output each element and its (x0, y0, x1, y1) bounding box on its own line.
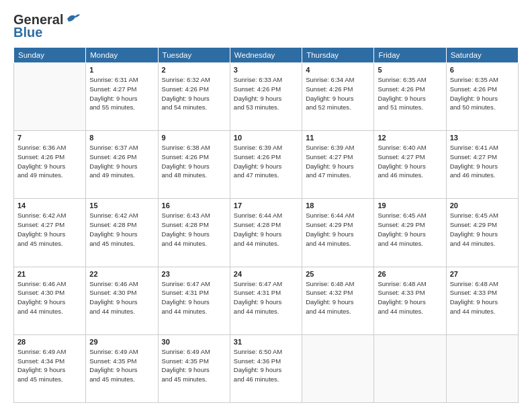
cell-info: Sunrise: 6:44 AM Sunset: 4:28 PM Dayligh… (234, 211, 298, 248)
cell-day-number: 18 (306, 201, 370, 210)
calendar-cell: 18Sunrise: 6:44 AM Sunset: 4:29 PM Dayli… (302, 199, 374, 267)
cell-day-number: 2 (162, 66, 226, 74)
cell-info: Sunrise: 6:39 AM Sunset: 4:27 PM Dayligh… (306, 143, 370, 180)
logo-blue: Blue (13, 25, 42, 40)
cell-info: Sunrise: 6:47 AM Sunset: 4:31 PM Dayligh… (162, 279, 226, 316)
cell-info: Sunrise: 6:33 AM Sunset: 4:26 PM Dayligh… (234, 75, 298, 112)
weekday-header-sunday: Sunday (14, 48, 86, 63)
cell-day-number: 9 (162, 134, 226, 142)
calendar-cell: 6Sunrise: 6:35 AM Sunset: 4:26 PM Daylig… (446, 63, 518, 131)
calendar-week-row: 7Sunrise: 6:36 AM Sunset: 4:26 PM Daylig… (14, 131, 519, 199)
calendar-cell: 14Sunrise: 6:42 AM Sunset: 4:27 PM Dayli… (14, 199, 86, 267)
cell-info: Sunrise: 6:47 AM Sunset: 4:31 PM Dayligh… (234, 279, 298, 316)
calendar-cell: 11Sunrise: 6:39 AM Sunset: 4:27 PM Dayli… (302, 131, 374, 199)
calendar-week-row: 14Sunrise: 6:42 AM Sunset: 4:27 PM Dayli… (14, 199, 519, 267)
cell-info: Sunrise: 6:49 AM Sunset: 4:35 PM Dayligh… (89, 347, 154, 384)
calendar-cell (14, 63, 86, 131)
calendar-cell: 3Sunrise: 6:33 AM Sunset: 4:26 PM Daylig… (230, 63, 302, 131)
calendar-cell: 28Sunrise: 6:49 AM Sunset: 4:34 PM Dayli… (14, 334, 86, 402)
cell-day-number: 1 (89, 66, 154, 74)
cell-day-number: 14 (17, 201, 82, 210)
cell-info: Sunrise: 6:48 AM Sunset: 4:33 PM Dayligh… (450, 279, 515, 316)
cell-info: Sunrise: 6:37 AM Sunset: 4:26 PM Dayligh… (89, 143, 154, 180)
calendar-cell: 1Sunrise: 6:31 AM Sunset: 4:27 PM Daylig… (86, 63, 158, 131)
cell-info: Sunrise: 6:48 AM Sunset: 4:33 PM Dayligh… (378, 279, 442, 316)
cell-day-number: 8 (89, 134, 154, 142)
cell-info: Sunrise: 6:48 AM Sunset: 4:32 PM Dayligh… (306, 279, 370, 316)
cell-day-number: 10 (234, 134, 298, 142)
weekday-header-monday: Monday (86, 48, 158, 63)
calendar-cell: 16Sunrise: 6:43 AM Sunset: 4:28 PM Dayli… (158, 199, 230, 267)
cell-info: Sunrise: 6:35 AM Sunset: 4:26 PM Dayligh… (378, 75, 442, 112)
cell-info: Sunrise: 6:44 AM Sunset: 4:29 PM Dayligh… (306, 211, 370, 248)
calendar-cell: 23Sunrise: 6:47 AM Sunset: 4:31 PM Dayli… (158, 267, 230, 334)
cell-info: Sunrise: 6:38 AM Sunset: 4:26 PM Dayligh… (162, 143, 226, 180)
cell-info: Sunrise: 6:31 AM Sunset: 4:27 PM Dayligh… (89, 75, 154, 112)
calendar-week-row: 21Sunrise: 6:46 AM Sunset: 4:30 PM Dayli… (14, 267, 519, 334)
weekday-header-saturday: Saturday (446, 48, 518, 63)
weekday-header-friday: Friday (374, 48, 446, 63)
page: General Blue SundayMondayTuesdayWednesda… (0, 0, 532, 411)
cell-info: Sunrise: 6:50 AM Sunset: 4:36 PM Dayligh… (234, 347, 298, 384)
calendar-cell: 12Sunrise: 6:40 AM Sunset: 4:27 PM Dayli… (374, 131, 446, 199)
cell-info: Sunrise: 6:42 AM Sunset: 4:27 PM Dayligh… (17, 211, 82, 248)
calendar-cell: 5Sunrise: 6:35 AM Sunset: 4:26 PM Daylig… (374, 63, 446, 131)
calendar-table: SundayMondayTuesdayWednesdayThursdayFrid… (13, 47, 519, 403)
calendar-cell: 26Sunrise: 6:48 AM Sunset: 4:33 PM Dayli… (374, 267, 446, 334)
calendar-cell (374, 334, 446, 402)
cell-info: Sunrise: 6:45 AM Sunset: 4:29 PM Dayligh… (378, 211, 442, 248)
cell-info: Sunrise: 6:49 AM Sunset: 4:35 PM Dayligh… (162, 347, 226, 384)
calendar-week-row: 1Sunrise: 6:31 AM Sunset: 4:27 PM Daylig… (14, 63, 519, 131)
cell-day-number: 19 (378, 201, 442, 210)
calendar-cell: 30Sunrise: 6:49 AM Sunset: 4:35 PM Dayli… (158, 334, 230, 402)
calendar-cell: 29Sunrise: 6:49 AM Sunset: 4:35 PM Dayli… (86, 334, 158, 402)
cell-day-number: 3 (234, 66, 298, 74)
cell-day-number: 6 (450, 66, 515, 74)
calendar-cell: 9Sunrise: 6:38 AM Sunset: 4:26 PM Daylig… (158, 131, 230, 199)
calendar-cell: 19Sunrise: 6:45 AM Sunset: 4:29 PM Dayli… (374, 199, 446, 267)
cell-day-number: 21 (17, 270, 82, 278)
calendar-cell (446, 334, 518, 402)
cell-info: Sunrise: 6:34 AM Sunset: 4:26 PM Dayligh… (306, 75, 370, 112)
calendar-cell: 8Sunrise: 6:37 AM Sunset: 4:26 PM Daylig… (86, 131, 158, 199)
cell-day-number: 31 (234, 338, 298, 346)
cell-day-number: 25 (306, 270, 370, 278)
calendar-cell: 24Sunrise: 6:47 AM Sunset: 4:31 PM Dayli… (230, 267, 302, 334)
cell-day-number: 23 (162, 270, 226, 278)
calendar-cell: 17Sunrise: 6:44 AM Sunset: 4:28 PM Dayli… (230, 199, 302, 267)
weekday-header-thursday: Thursday (302, 48, 374, 63)
calendar-cell: 7Sunrise: 6:36 AM Sunset: 4:26 PM Daylig… (14, 131, 86, 199)
cell-day-number: 7 (17, 134, 82, 142)
logo: General Blue (13, 12, 81, 40)
cell-day-number: 27 (450, 270, 515, 278)
logo-bird-icon (66, 12, 81, 24)
cell-info: Sunrise: 6:49 AM Sunset: 4:34 PM Dayligh… (17, 347, 82, 384)
cell-day-number: 22 (89, 270, 154, 278)
cell-day-number: 13 (450, 134, 515, 142)
cell-day-number: 16 (162, 201, 226, 210)
cell-info: Sunrise: 6:41 AM Sunset: 4:27 PM Dayligh… (450, 143, 515, 180)
cell-info: Sunrise: 6:45 AM Sunset: 4:29 PM Dayligh… (450, 211, 515, 248)
calendar-cell: 27Sunrise: 6:48 AM Sunset: 4:33 PM Dayli… (446, 267, 518, 334)
calendar-cell: 4Sunrise: 6:34 AM Sunset: 4:26 PM Daylig… (302, 63, 374, 131)
cell-day-number: 26 (378, 270, 442, 278)
calendar-cell: 15Sunrise: 6:42 AM Sunset: 4:28 PM Dayli… (86, 199, 158, 267)
cell-day-number: 29 (89, 338, 154, 346)
weekday-header-tuesday: Tuesday (158, 48, 230, 63)
cell-info: Sunrise: 6:35 AM Sunset: 4:26 PM Dayligh… (450, 75, 515, 112)
calendar-cell (302, 334, 374, 402)
calendar-cell: 10Sunrise: 6:39 AM Sunset: 4:26 PM Dayli… (230, 131, 302, 199)
cell-info: Sunrise: 6:42 AM Sunset: 4:28 PM Dayligh… (89, 211, 154, 248)
cell-day-number: 5 (378, 66, 442, 74)
header: General Blue (13, 12, 519, 40)
calendar-cell: 31Sunrise: 6:50 AM Sunset: 4:36 PM Dayli… (230, 334, 302, 402)
calendar-header-row: SundayMondayTuesdayWednesdayThursdayFrid… (14, 48, 519, 63)
cell-info: Sunrise: 6:32 AM Sunset: 4:26 PM Dayligh… (162, 75, 226, 112)
cell-info: Sunrise: 6:43 AM Sunset: 4:28 PM Dayligh… (162, 211, 226, 248)
calendar-cell: 22Sunrise: 6:46 AM Sunset: 4:30 PM Dayli… (86, 267, 158, 334)
cell-day-number: 11 (306, 134, 370, 142)
cell-day-number: 12 (378, 134, 442, 142)
calendar-cell: 21Sunrise: 6:46 AM Sunset: 4:30 PM Dayli… (14, 267, 86, 334)
cell-info: Sunrise: 6:40 AM Sunset: 4:27 PM Dayligh… (378, 143, 442, 180)
cell-info: Sunrise: 6:39 AM Sunset: 4:26 PM Dayligh… (234, 143, 298, 180)
